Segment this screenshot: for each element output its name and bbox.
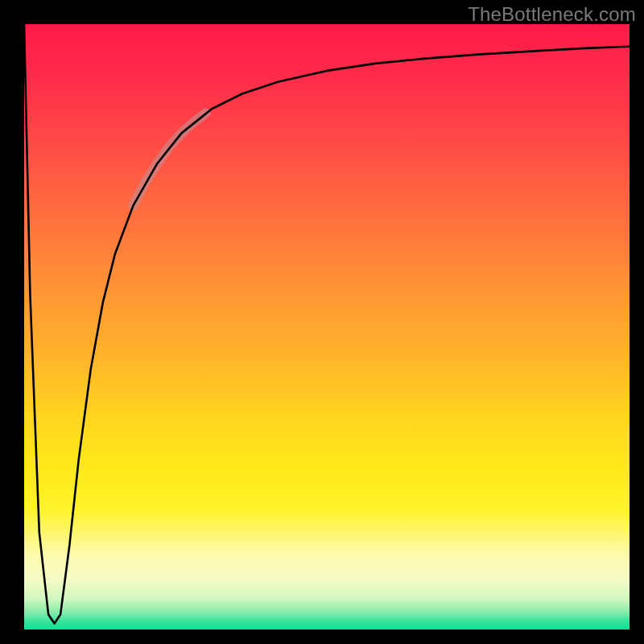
plot-area xyxy=(24,24,630,630)
chart-frame: TheBottleneck.com xyxy=(0,0,644,644)
highlight-segment xyxy=(133,114,205,206)
curve-layer xyxy=(24,24,630,630)
watermark-text: TheBottleneck.com xyxy=(468,3,636,26)
bottleneck-curve xyxy=(24,24,630,623)
